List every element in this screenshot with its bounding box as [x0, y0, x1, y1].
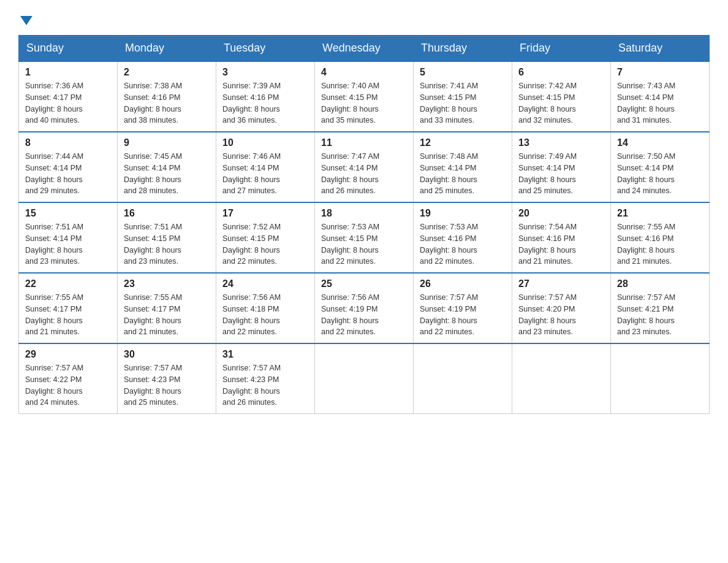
day-number: 6	[518, 67, 604, 78]
day-info: Sunrise: 7:51 AMSunset: 4:14 PMDaylight:…	[25, 221, 111, 267]
day-number: 21	[617, 208, 703, 219]
calendar-cell: 28Sunrise: 7:57 AMSunset: 4:21 PMDayligh…	[611, 273, 710, 343]
weekday-header-row: Sunday Monday Tuesday Wednesday Thursday…	[19, 36, 710, 62]
calendar-cell: 7Sunrise: 7:43 AMSunset: 4:14 PMDaylight…	[611, 61, 710, 132]
calendar-cell: 13Sunrise: 7:49 AMSunset: 4:14 PMDayligh…	[512, 132, 611, 202]
calendar-cell	[611, 343, 710, 414]
day-info: Sunrise: 7:42 AMSunset: 4:15 PMDaylight:…	[518, 80, 604, 126]
week-row-3: 15Sunrise: 7:51 AMSunset: 4:14 PMDayligh…	[19, 202, 710, 273]
header-sunday: Sunday	[19, 36, 118, 62]
calendar-cell: 23Sunrise: 7:55 AMSunset: 4:17 PMDayligh…	[118, 273, 216, 343]
calendar-cell: 30Sunrise: 7:57 AMSunset: 4:23 PMDayligh…	[118, 343, 216, 414]
day-number: 25	[321, 278, 407, 289]
day-info: Sunrise: 7:57 AMSunset: 4:20 PMDaylight:…	[518, 292, 604, 338]
day-info: Sunrise: 7:44 AMSunset: 4:14 PMDaylight:…	[25, 151, 111, 197]
calendar-cell: 14Sunrise: 7:50 AMSunset: 4:14 PMDayligh…	[611, 132, 710, 202]
day-info: Sunrise: 7:57 AMSunset: 4:22 PMDaylight:…	[25, 362, 111, 408]
day-number: 14	[617, 137, 703, 148]
day-number: 22	[25, 278, 111, 289]
calendar-cell: 11Sunrise: 7:47 AMSunset: 4:14 PMDayligh…	[315, 132, 414, 202]
calendar-cell: 26Sunrise: 7:57 AMSunset: 4:19 PMDayligh…	[414, 273, 512, 343]
calendar-cell: 25Sunrise: 7:56 AMSunset: 4:19 PMDayligh…	[315, 273, 414, 343]
day-number: 31	[222, 349, 308, 360]
calendar-cell: 29Sunrise: 7:57 AMSunset: 4:22 PMDayligh…	[19, 343, 118, 414]
calendar-cell: 15Sunrise: 7:51 AMSunset: 4:14 PMDayligh…	[19, 202, 118, 273]
week-row-1: 1Sunrise: 7:36 AMSunset: 4:17 PMDaylight…	[19, 61, 710, 132]
calendar-cell: 9Sunrise: 7:45 AMSunset: 4:14 PMDaylight…	[118, 132, 216, 202]
calendar-cell: 4Sunrise: 7:40 AMSunset: 4:15 PMDaylight…	[315, 61, 414, 132]
day-info: Sunrise: 7:53 AMSunset: 4:15 PMDaylight:…	[321, 221, 407, 267]
calendar-cell: 21Sunrise: 7:55 AMSunset: 4:16 PMDayligh…	[611, 202, 710, 273]
calendar-cell: 17Sunrise: 7:52 AMSunset: 4:15 PMDayligh…	[216, 202, 315, 273]
calendar-cell: 19Sunrise: 7:53 AMSunset: 4:16 PMDayligh…	[414, 202, 512, 273]
calendar-cell: 16Sunrise: 7:51 AMSunset: 4:15 PMDayligh…	[118, 202, 216, 273]
calendar-cell: 31Sunrise: 7:57 AMSunset: 4:23 PMDayligh…	[216, 343, 315, 414]
day-number: 2	[124, 67, 210, 78]
day-number: 26	[420, 278, 506, 289]
day-info: Sunrise: 7:39 AMSunset: 4:16 PMDaylight:…	[222, 80, 308, 126]
day-number: 5	[420, 67, 506, 78]
calendar-cell: 27Sunrise: 7:57 AMSunset: 4:20 PMDayligh…	[512, 273, 611, 343]
day-info: Sunrise: 7:36 AMSunset: 4:17 PMDaylight:…	[25, 80, 111, 126]
calendar-cell: 3Sunrise: 7:39 AMSunset: 4:16 PMDaylight…	[216, 61, 315, 132]
day-info: Sunrise: 7:52 AMSunset: 4:15 PMDaylight:…	[222, 221, 308, 267]
calendar-cell: 1Sunrise: 7:36 AMSunset: 4:17 PMDaylight…	[19, 61, 118, 132]
day-number: 18	[321, 208, 407, 219]
day-info: Sunrise: 7:51 AMSunset: 4:15 PMDaylight:…	[124, 221, 210, 267]
day-info: Sunrise: 7:57 AMSunset: 4:19 PMDaylight:…	[420, 292, 506, 338]
day-number: 28	[617, 278, 703, 289]
header-saturday: Saturday	[611, 36, 710, 62]
day-number: 11	[321, 137, 407, 148]
calendar-cell	[414, 343, 512, 414]
calendar-cell: 10Sunrise: 7:46 AMSunset: 4:14 PMDayligh…	[216, 132, 315, 202]
day-number: 30	[124, 349, 210, 360]
calendar-body: 1Sunrise: 7:36 AMSunset: 4:17 PMDaylight…	[19, 61, 710, 414]
day-info: Sunrise: 7:55 AMSunset: 4:17 PMDaylight:…	[124, 292, 210, 338]
day-info: Sunrise: 7:57 AMSunset: 4:21 PMDaylight:…	[617, 292, 703, 338]
calendar-cell: 24Sunrise: 7:56 AMSunset: 4:18 PMDayligh…	[216, 273, 315, 343]
day-number: 9	[124, 137, 210, 148]
header-wednesday: Wednesday	[315, 36, 414, 62]
day-number: 24	[222, 278, 308, 289]
day-number: 17	[222, 208, 308, 219]
calendar-table: Sunday Monday Tuesday Wednesday Thursday…	[18, 35, 710, 414]
calendar-cell: 12Sunrise: 7:48 AMSunset: 4:14 PMDayligh…	[414, 132, 512, 202]
day-info: Sunrise: 7:57 AMSunset: 4:23 PMDaylight:…	[124, 362, 210, 408]
day-info: Sunrise: 7:56 AMSunset: 4:18 PMDaylight:…	[222, 292, 308, 338]
header-thursday: Thursday	[414, 36, 512, 62]
week-row-4: 22Sunrise: 7:55 AMSunset: 4:17 PMDayligh…	[19, 273, 710, 343]
day-number: 20	[518, 208, 604, 219]
calendar-cell: 22Sunrise: 7:55 AMSunset: 4:17 PMDayligh…	[19, 273, 118, 343]
day-number: 19	[420, 208, 506, 219]
day-number: 27	[518, 278, 604, 289]
day-info: Sunrise: 7:55 AMSunset: 4:16 PMDaylight:…	[617, 221, 703, 267]
day-number: 15	[25, 208, 111, 219]
day-info: Sunrise: 7:47 AMSunset: 4:14 PMDaylight:…	[321, 151, 407, 197]
day-info: Sunrise: 7:53 AMSunset: 4:16 PMDaylight:…	[420, 221, 506, 267]
calendar-cell: 20Sunrise: 7:54 AMSunset: 4:16 PMDayligh…	[512, 202, 611, 273]
day-number: 12	[420, 137, 506, 148]
day-info: Sunrise: 7:57 AMSunset: 4:23 PMDaylight:…	[222, 362, 308, 408]
day-number: 7	[617, 67, 703, 78]
calendar-cell	[512, 343, 611, 414]
header-monday: Monday	[118, 36, 216, 62]
calendar-header: Sunday Monday Tuesday Wednesday Thursday…	[19, 36, 710, 62]
day-info: Sunrise: 7:46 AMSunset: 4:14 PMDaylight:…	[222, 151, 308, 197]
day-info: Sunrise: 7:45 AMSunset: 4:14 PMDaylight:…	[124, 151, 210, 197]
day-number: 23	[124, 278, 210, 289]
day-number: 10	[222, 137, 308, 148]
day-number: 29	[25, 349, 111, 360]
header-friday: Friday	[512, 36, 611, 62]
day-info: Sunrise: 7:40 AMSunset: 4:15 PMDaylight:…	[321, 80, 407, 126]
calendar-cell: 2Sunrise: 7:38 AMSunset: 4:16 PMDaylight…	[118, 61, 216, 132]
day-info: Sunrise: 7:48 AMSunset: 4:14 PMDaylight:…	[420, 151, 506, 197]
day-number: 4	[321, 67, 407, 78]
logo	[18, 12, 32, 23]
day-info: Sunrise: 7:56 AMSunset: 4:19 PMDaylight:…	[321, 292, 407, 338]
day-info: Sunrise: 7:55 AMSunset: 4:17 PMDaylight:…	[25, 292, 111, 338]
day-number: 1	[25, 67, 111, 78]
day-number: 8	[25, 137, 111, 148]
calendar-cell	[315, 343, 414, 414]
day-info: Sunrise: 7:49 AMSunset: 4:14 PMDaylight:…	[518, 151, 604, 197]
header-tuesday: Tuesday	[216, 36, 315, 62]
